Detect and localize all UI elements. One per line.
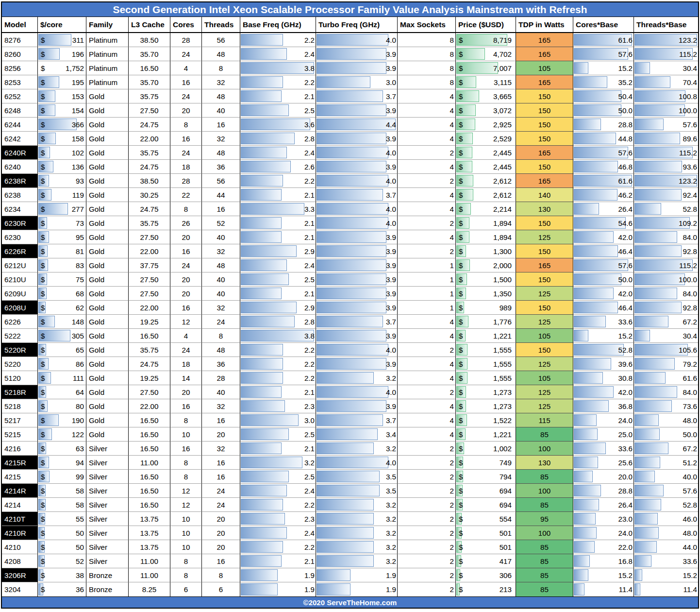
cell-turbo-freq: 3.9 <box>316 103 398 118</box>
cell-cores-x-base: 33.6 <box>573 315 634 329</box>
cell-cores: 20 <box>170 230 202 244</box>
cell-dollar-per-core: $93 <box>38 174 86 188</box>
cell-tdp: 125 <box>516 399 573 413</box>
cell-base-freq: 2.2 <box>240 33 316 47</box>
tdp-value: 165 <box>538 36 550 44</box>
threads-x-base-databar <box>634 189 682 201</box>
cell-cores-x-base: 61.6 <box>573 174 634 188</box>
model-label: 8256 <box>4 64 21 72</box>
tdp-value: 125 <box>538 289 550 298</box>
cell-cores: 20 <box>170 103 202 118</box>
family-label: Gold <box>89 318 104 326</box>
max-sockets-value: 1 <box>450 275 454 284</box>
cell-base-freq: 2.1 <box>240 216 316 230</box>
cell-max-sockets: 4 <box>398 188 456 202</box>
threads-value: 56 <box>217 36 225 44</box>
cell-model: 4210 <box>2 540 38 554</box>
cores-value: 8 <box>184 416 188 425</box>
cell-l3-cache: 13.75 <box>129 526 170 540</box>
cell-family: Gold <box>86 413 129 427</box>
dollar-sign: $ <box>459 529 463 537</box>
base-freq-databar <box>241 499 283 510</box>
cell-tdp: 150 <box>516 160 573 174</box>
price-value: 794 <box>500 473 512 481</box>
dollar-sign: $ <box>459 332 463 340</box>
family-label: Bronze <box>89 585 112 594</box>
cell-cores-x-base: 57.6 <box>573 258 634 272</box>
cell-threads: 20 <box>202 540 240 554</box>
cell-price: $3,115 <box>456 75 516 89</box>
turbo-freq-value: 1.9 <box>386 571 396 579</box>
cell-tdp: 130 <box>516 456 573 470</box>
cell-base-freq: 3.8 <box>240 329 316 343</box>
price-value: 501 <box>500 529 512 537</box>
header-cell-base-freq-ghz-: Base Freq (GHz) <box>240 17 316 33</box>
cell-family: Bronze <box>86 568 129 582</box>
cores-x-base-value: 20.0 <box>618 473 633 481</box>
cell-max-sockets: 2 <box>398 343 456 357</box>
threads-x-base-value: 115.2 <box>679 261 697 270</box>
cell-turbo-freq: 3.9 <box>316 61 398 75</box>
max-sockets-value: 1 <box>450 289 454 298</box>
cell-tdp: 85 <box>516 582 573 596</box>
dollar-per-core-value: 50 <box>76 543 84 551</box>
cores-x-base-value: 35.2 <box>618 78 633 86</box>
dollar-per-core-value: 68 <box>76 289 84 298</box>
cell-max-sockets: 4 <box>398 230 456 244</box>
family-label: Gold <box>89 163 104 171</box>
cell-l3-cache: 8.25 <box>129 582 170 596</box>
cell-turbo-freq: 3.9 <box>316 301 398 315</box>
base-freq-value: 2.4 <box>304 149 315 157</box>
cell-max-sockets: 1 <box>398 258 456 272</box>
cell-dollar-per-core: $94 <box>38 456 86 470</box>
cell-threads: 40 <box>202 272 240 287</box>
cell-price: $2,925 <box>456 118 516 132</box>
cell-turbo-freq: 3.9 <box>316 399 398 413</box>
threads-value: 20 <box>217 543 225 551</box>
base-freq-databar <box>241 189 282 201</box>
cell-max-sockets: 4 <box>398 357 456 371</box>
cell-family: Gold <box>86 230 129 244</box>
tdp-value: 150 <box>538 346 550 354</box>
cell-model: 6230R <box>2 216 38 230</box>
cell-family: Silver <box>86 484 129 498</box>
cell-threads-x-base: 73.6 <box>634 399 698 413</box>
family-label: Gold <box>89 430 104 439</box>
tdp-value: 150 <box>538 120 550 129</box>
cell-family: Gold <box>86 385 129 399</box>
cell-family: Gold <box>86 188 129 202</box>
threads-value: 40 <box>217 388 225 396</box>
base-freq-value: 2.1 <box>304 289 315 298</box>
cell-family: Gold <box>86 357 129 371</box>
cores-x-base-databar <box>574 400 609 412</box>
header-cell--core: $/core <box>38 17 86 33</box>
tdp-value: 100 <box>538 529 550 537</box>
dollar-sign: $ <box>41 205 45 213</box>
l3-cache-value: 22.00 <box>140 135 158 143</box>
tdp-value: 165 <box>538 261 550 270</box>
cell-max-sockets: 2 <box>398 442 456 456</box>
cell-max-sockets: 4 <box>398 371 456 385</box>
price-value: 2,612 <box>493 191 512 199</box>
cell-threads: 52 <box>202 216 240 230</box>
cell-threads: 24 <box>202 315 240 329</box>
cell-threads-x-base: 115.2 <box>634 258 698 272</box>
price-value: 1,894 <box>493 219 512 227</box>
cell-cores: 18 <box>170 357 202 371</box>
dollar-sign: $ <box>459 50 463 58</box>
max-sockets-value: 4 <box>450 135 454 143</box>
family-label: Gold <box>89 191 104 199</box>
table-row: 6230R$73Gold35.7526522.14.02$1,89415054.… <box>2 216 698 230</box>
cell-l3-cache: 22.00 <box>129 301 170 315</box>
threads-x-base-value: 52.8 <box>683 205 697 213</box>
cell-l3-cache: 30.25 <box>129 188 170 202</box>
turbo-freq-value: 3.9 <box>386 233 396 241</box>
model-label: 6226 <box>4 318 21 326</box>
base-freq-databar <box>241 231 282 243</box>
threads-x-base-value: 89.6 <box>683 135 697 143</box>
family-label: Silver <box>89 473 107 481</box>
family-label: Platinum <box>89 64 117 72</box>
cell-dollar-per-core: $190 <box>38 413 86 427</box>
header-cell-model: Model <box>2 17 38 33</box>
threads-value: 8 <box>219 332 223 340</box>
